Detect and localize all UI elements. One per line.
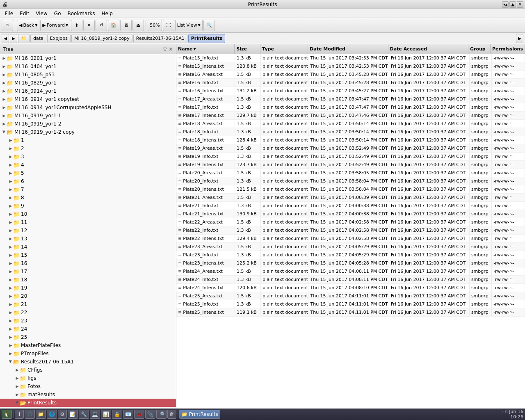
forward-button[interactable]: ▶ Forward ▼ (40, 20, 70, 31)
taskbar-app-8[interactable]: 💻 (90, 410, 100, 419)
tree-item[interactable]: ▶📁MI 16_0201_yor1 (0, 54, 176, 62)
table-row[interactable]: ≡Plate20_Info.txt1.3 kBplain text docume… (176, 177, 525, 185)
tree-item[interactable]: ▶📁13 (0, 235, 176, 243)
tree-item[interactable]: ▶📁23 (0, 317, 176, 325)
stop-button[interactable]: ✕ (83, 20, 95, 31)
view-selector[interactable]: List View ▼ (175, 20, 203, 31)
tree-filter-icon[interactable]: ▽ (163, 46, 167, 52)
menu-go[interactable]: Go (51, 10, 64, 17)
table-row[interactable]: ≡Plate18_Intens.txt128.4 kBplain text do… (176, 136, 525, 144)
tree-item[interactable]: ▶📁matResults (0, 390, 176, 399)
taskbar-app-10[interactable]: 🔒 (112, 410, 122, 419)
tree-item[interactable]: ▶📂PrintResults (0, 399, 176, 407)
tree-item[interactable]: ▶📁1 (0, 136, 176, 144)
tree-item[interactable]: ▶📁PTmapFiles (0, 349, 176, 358)
breadcrumb-next-arrow[interactable]: ▶ (516, 34, 523, 43)
table-row[interactable]: ≡Plate24_Intens.txt120.6 kBplain text do… (176, 284, 525, 292)
taskbar-app-2[interactable]: 🎵 (25, 410, 35, 419)
taskbar-app-4[interactable]: 🌐 (47, 410, 57, 419)
taskbar-app-14[interactable]: 🔎 (156, 410, 167, 419)
tree-item[interactable]: ▶📁5 (0, 169, 176, 177)
table-row[interactable]: ≡Plate16_Areas.txt1.5 kBplain text docum… (176, 71, 525, 79)
taskbar-app-13[interactable]: 📎 (145, 410, 155, 419)
table-row[interactable]: ≡Plate24_Info.txt1.3 kBplain text docume… (176, 276, 525, 284)
taskbar-clock[interactable]: Fri Jun 16 10:26 (502, 409, 523, 420)
tree-item[interactable]: ▶📁12 (0, 226, 176, 235)
eject-button[interactable]: ⏏ (132, 20, 144, 31)
tree-item[interactable]: ▶📁11 (0, 218, 176, 226)
tree-item[interactable]: ▶📁MI 16_0805_p53 (0, 71, 176, 79)
table-row[interactable]: ≡Plate21_Intens.txt130.9 kBplain text do… (176, 210, 525, 218)
table-row[interactable]: ≡Plate25_Areas.txt1.5 kBplain text docum… (176, 292, 525, 300)
table-row[interactable]: ≡Plate25_Intens.txt119.1 kBplain text do… (176, 308, 525, 317)
breadcrumb-back-arrow[interactable]: ◀ (2, 34, 9, 43)
breadcrumb-item-printresults[interactable]: PrintResults (188, 34, 225, 43)
column-header-name[interactable]: Name ▼ (176, 44, 235, 54)
tree-item[interactable]: ▶📁4 (0, 161, 176, 169)
taskbar-app-3[interactable]: 📁 (36, 410, 46, 419)
reload-button[interactable]: ↺ (96, 20, 107, 31)
menu-edit[interactable]: Edit (16, 10, 32, 17)
table-row[interactable]: ≡Plate16_Intens.txt131.2 kBplain text do… (176, 87, 525, 95)
taskbar-app-6[interactable]: 📝 (68, 410, 78, 419)
table-row[interactable]: ≡Plate15_Info.txt1.3 kBplain text docume… (176, 54, 525, 62)
table-row[interactable]: ≡Plate21_Areas.txt1.5 kBplain text docum… (176, 194, 525, 202)
menu-bookmarks[interactable]: Bookmarks (64, 10, 98, 17)
tree-item[interactable]: ▶📁3 (0, 153, 176, 161)
table-row[interactable]: ≡Plate18_Info.txt1.3 kBplain text docume… (176, 128, 525, 136)
window-minimize-button[interactable]: ▾▴ (502, 1, 509, 8)
menu-help[interactable]: Help (98, 10, 116, 17)
table-row[interactable]: ≡Plate20_Intens.txt121.5 kBplain text do… (176, 185, 525, 194)
home-button[interactable]: 🏠 (108, 20, 119, 31)
taskbar-start-button[interactable]: 🐧 (2, 410, 12, 419)
tree-item[interactable]: ▶📁21 (0, 300, 176, 308)
column-header-type[interactable]: Type (260, 44, 308, 54)
breadcrumb-item-results[interactable]: Results2017-06-15A1 (133, 34, 187, 43)
table-row[interactable]: ≡Plate17_Info.txt1.3 kBplain text docume… (176, 103, 525, 112)
table-row[interactable]: ≡Plate23_Intens.txt125.2 kBplain text do… (176, 259, 525, 267)
table-row[interactable]: ≡Plate20_Areas.txt1.5 kBplain text docum… (176, 169, 525, 177)
column-header-size[interactable]: Size (235, 44, 260, 54)
tree-item[interactable]: ▶📁6 (0, 177, 176, 185)
column-header-date-accessed[interactable]: Date Accessed (388, 44, 468, 54)
back-button[interactable]: ◀ Back ▼ (17, 20, 39, 31)
menu-view[interactable]: View (32, 10, 50, 17)
tree-item[interactable]: ▶📁18 (0, 276, 176, 284)
tree-item[interactable]: ▶📁MI 16_0914_yor1CorrupuptedAppleSSH (0, 103, 176, 112)
table-row[interactable]: ≡Plate17_Intens.txt129.7 kBplain text do… (176, 112, 525, 120)
table-row[interactable]: ≡Plate22_Info.txt1.3 kBplain text docume… (176, 226, 525, 235)
refresh-button[interactable]: ⟳ (2, 20, 13, 31)
tree-item[interactable]: ▶📁15 (0, 251, 176, 259)
search-button[interactable]: 🔍 (203, 20, 215, 31)
computer-button[interactable]: 🖥 (120, 20, 132, 31)
column-header-date-modified[interactable]: Date Modified (308, 44, 388, 54)
tree-item[interactable]: ▶📁MI 16_0914_yor1 (0, 87, 176, 95)
table-row[interactable]: ≡Plate19_Info.txt1.3 kBplain text docume… (176, 153, 525, 161)
tree-item[interactable]: ▶📁22 (0, 308, 176, 317)
tree-item[interactable]: ▶📁MI 16_0919_yor1-1 (0, 112, 176, 120)
taskbar-app-15[interactable]: 🗑 (167, 410, 176, 419)
menu-file[interactable]: File (2, 10, 16, 17)
tree-item[interactable]: ▶📁MI 16_0404_yor1 (0, 62, 176, 71)
column-header-group[interactable]: Group (468, 44, 491, 54)
tree-close-icon[interactable]: ✕ (169, 46, 173, 52)
table-row[interactable]: ≡Plate16_Info.txt1.5 kBplain text docume… (176, 79, 525, 87)
window-close-button[interactable]: ✕ (517, 1, 523, 8)
tree-item[interactable]: ▶📁25 (0, 333, 176, 341)
tree-item[interactable]: ▶📁20 (0, 292, 176, 300)
column-header-permissions[interactable]: Permissions (491, 44, 525, 54)
tree-item[interactable]: ▶📂Results2017-06-15A1 (0, 358, 176, 366)
table-row[interactable]: ≡Plate22_Intens.txt129.4 kBplain text do… (176, 235, 525, 243)
table-row[interactable]: ≡Plate22_Areas.txt1.5 kBplain text docum… (176, 218, 525, 226)
table-row[interactable]: ≡Plate19_Intens.txt123.7 kBplain text do… (176, 161, 525, 169)
tree-item[interactable]: ▶📁17 (0, 267, 176, 276)
tree-item[interactable]: ▶📁8 (0, 194, 176, 202)
tree-item[interactable]: ▶📁MasterPlateFiles (0, 341, 176, 349)
tree-item[interactable]: ▶📁19 (0, 284, 176, 292)
breadcrumb-item-expjobs[interactable]: ExpJobs (47, 34, 71, 43)
table-row[interactable]: ≡Plate17_Areas.txt1.5 kBplain text docum… (176, 95, 525, 103)
tree-item[interactable]: ▶📁9 (0, 202, 176, 210)
fullscreen-button[interactable]: ⛶ (163, 20, 174, 31)
file-list-body[interactable]: ≡Plate15_Info.txt1.3 kBplain text docume… (176, 54, 525, 410)
breadcrumb-item-data[interactable]: data (30, 34, 46, 43)
